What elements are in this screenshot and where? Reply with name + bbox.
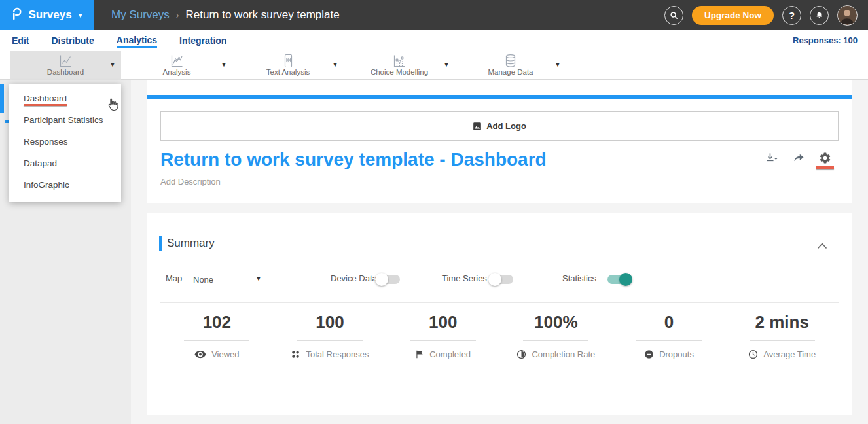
- stat-completed: 100 Completed: [386, 312, 499, 359]
- breadcrumb-survey-title: Return to work survey template: [185, 9, 339, 22]
- chevron-down-icon[interactable]: ▼: [109, 61, 116, 68]
- search-button[interactable]: [664, 6, 683, 25]
- collapse-section-button[interactable]: [817, 240, 827, 252]
- stat-label: Dropouts: [659, 349, 694, 359]
- title-actions: [765, 152, 831, 168]
- choice-modelling-icon: [391, 54, 407, 68]
- completion-pie-icon: [516, 349, 526, 359]
- breadcrumb-separator: ›: [176, 10, 179, 20]
- toggle-knob: [488, 273, 501, 286]
- stat-completion-rate: 100% Completion Rate: [499, 312, 613, 359]
- add-logo-label: Add Logo: [486, 121, 526, 131]
- search-icon: [669, 10, 679, 20]
- statistics-toggle[interactable]: [607, 275, 631, 284]
- stat-viewed: 102 Viewed: [160, 312, 274, 359]
- stat-total-responses: 100 Total Responses: [274, 312, 387, 359]
- stat-value: 2 mins: [725, 312, 839, 332]
- summary-header: Summary: [159, 236, 215, 251]
- user-avatar[interactable]: [837, 5, 858, 26]
- divider: [523, 340, 588, 341]
- stat-value: 0: [613, 312, 726, 332]
- chevron-down-icon[interactable]: ▼: [443, 61, 450, 68]
- upgrade-now-button[interactable]: Upgrade Now: [692, 6, 774, 25]
- breadcrumb: My Surveys › Return to work survey templ…: [111, 9, 340, 22]
- time-series-toggle[interactable]: [490, 275, 513, 284]
- tab-integration[interactable]: Integration: [179, 34, 226, 47]
- toolbar-item-text-analysis[interactable]: Text Analysis ▼: [232, 51, 344, 80]
- share-button[interactable]: [792, 152, 806, 168]
- menu-item-responses[interactable]: Responses: [9, 131, 121, 152]
- stat-label: Completion Rate: [532, 349, 595, 359]
- stat-label: Average Time: [763, 349, 816, 359]
- toolbar-item-analysis[interactable]: Analysis ▼: [121, 51, 232, 80]
- nav-tabs: Edit Distribute Analytics Integration: [12, 30, 226, 51]
- summary-card: Summary Map None ▼ Device Data Time Seri…: [147, 213, 852, 415]
- breadcrumb-my-surveys[interactable]: My Surveys: [111, 9, 170, 22]
- toolbar-item-label: Analysis: [121, 68, 232, 76]
- gear-icon: [819, 152, 831, 164]
- chevron-down-icon[interactable]: ▼: [221, 61, 227, 68]
- stat-label: Total Responses: [306, 349, 369, 359]
- settings-active-underline: [816, 166, 834, 169]
- toolbar-item-label: Dashboard: [10, 68, 121, 76]
- stat-label: Completed: [429, 349, 471, 359]
- help-button[interactable]: ?: [782, 6, 801, 25]
- menu-item-label: InfoGraphic: [24, 180, 69, 190]
- map-selected-value: None: [193, 275, 213, 285]
- add-description-button[interactable]: Add Description: [160, 177, 221, 186]
- toolbar-item-label: Manage Data: [455, 68, 566, 76]
- toolbar-item-manage-data[interactable]: Manage Data ▼: [455, 51, 566, 80]
- stat-value: 100: [386, 312, 499, 332]
- image-icon: [473, 122, 482, 131]
- divider: [410, 340, 476, 341]
- device-data-toggle[interactable]: [376, 275, 400, 284]
- hand-cursor-icon: [105, 97, 120, 113]
- divider: [297, 340, 363, 341]
- survey-header-card: Add Logo Return to work survey template …: [147, 80, 852, 203]
- device-data-label: Device Data: [331, 274, 377, 283]
- map-select[interactable]: None ▼: [193, 274, 265, 285]
- toggle-knob: [375, 273, 388, 286]
- stat-value: 100: [274, 312, 387, 332]
- accent-left-bar: [159, 236, 162, 251]
- notifications-button[interactable]: [810, 6, 829, 25]
- flag-icon: [415, 349, 424, 359]
- tab-edit[interactable]: Edit: [12, 34, 29, 47]
- sidebar-active-indicator: [0, 84, 4, 113]
- chevron-down-icon[interactable]: ▼: [554, 61, 561, 68]
- responses-count: Responses: 100: [793, 35, 858, 45]
- menu-item-datapad[interactable]: Datapad: [9, 152, 121, 174]
- text-analysis-icon: [280, 54, 296, 68]
- menu-item-infographic[interactable]: InfoGraphic: [9, 174, 121, 196]
- header-actions: Upgrade Now ?: [664, 5, 868, 26]
- page-title: Return to work survey template - Dashboa…: [160, 149, 547, 170]
- eye-icon: [194, 350, 206, 359]
- share-arrow-icon: [792, 152, 806, 165]
- chevron-down-icon: ▼: [77, 12, 84, 19]
- stat-value: 100%: [499, 312, 613, 332]
- person-icon: [838, 6, 856, 24]
- database-icon: [503, 54, 518, 68]
- summary-title: Summary: [167, 237, 215, 250]
- statistics-label: Statistics: [562, 274, 596, 283]
- stat-label: Viewed: [211, 349, 239, 359]
- divider: [184, 340, 249, 341]
- chevron-down-icon[interactable]: ▼: [332, 61, 338, 68]
- add-logo-button[interactable]: Add Logo: [160, 111, 839, 141]
- question-mark-icon: ?: [789, 10, 795, 21]
- stat-value: 102: [160, 312, 274, 332]
- download-button[interactable]: [765, 152, 779, 168]
- chevron-down-icon: ▼: [255, 275, 262, 282]
- toolbar-item-dashboard[interactable]: Dashboard ▼: [10, 51, 121, 80]
- chevron-up-icon: [817, 243, 827, 249]
- statistics-row: 102 Viewed 100 Tota: [160, 312, 839, 359]
- settings-button[interactable]: [819, 152, 831, 167]
- toggle-knob: [619, 273, 632, 286]
- active-item-underline: [24, 104, 67, 106]
- analytics-nav-row: Edit Distribute Analytics Integration Re…: [0, 30, 868, 51]
- tab-analytics[interactable]: Analytics: [117, 33, 157, 48]
- toolbar-item-choice-modelling[interactable]: Choice Modelling ▼: [344, 51, 455, 80]
- accent-top-bar: [147, 95, 852, 99]
- tab-distribute[interactable]: Distribute: [51, 34, 94, 47]
- product-switcher[interactable]: Surveys ▼: [0, 0, 94, 30]
